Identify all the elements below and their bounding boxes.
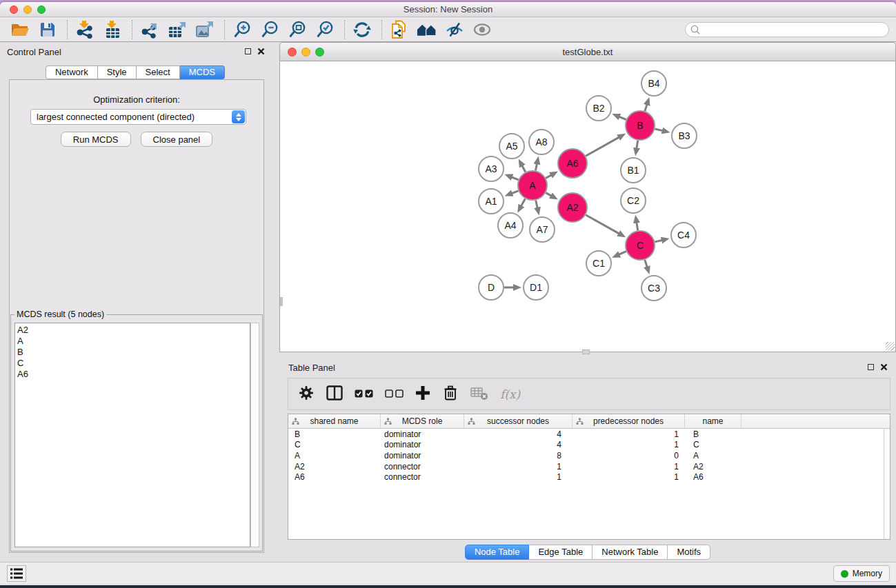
table-cell[interactable]: connector bbox=[381, 472, 464, 482]
memory-button[interactable]: Memory bbox=[833, 565, 890, 582]
table-cell[interactable]: 8 bbox=[464, 451, 573, 460]
close-panel-button[interactable]: Close panel bbox=[141, 132, 213, 147]
result-item-b[interactable]: B bbox=[15, 347, 250, 358]
tab-node-table[interactable]: Node Table bbox=[465, 545, 530, 560]
column-header-mcds-role[interactable]: MCDS role bbox=[381, 414, 464, 428]
column-header-successor-nodes[interactable]: successor nodes bbox=[464, 414, 573, 428]
table-cell[interactable]: 1 bbox=[573, 429, 685, 439]
show-columns-button[interactable] bbox=[326, 385, 343, 403]
create-column-button[interactable] bbox=[415, 385, 430, 403]
table-cell[interactable]: dominator bbox=[381, 440, 464, 449]
table-cell[interactable]: 0 bbox=[573, 451, 685, 460]
graph-edge-C-C2[interactable] bbox=[637, 222, 638, 231]
graph-edge-A-A8[interactable] bbox=[535, 163, 537, 170]
graph-edge-A-A7[interactable] bbox=[536, 201, 538, 209]
table-cell[interactable]: 4 bbox=[464, 440, 573, 449]
graph-edge-A-A4[interactable] bbox=[521, 199, 525, 207]
table-cell[interactable]: 1 bbox=[464, 462, 573, 472]
graph-edge-A-A1[interactable] bbox=[511, 191, 519, 194]
zoom-fit-button[interactable] bbox=[287, 19, 308, 40]
graph-edge-C-C3[interactable] bbox=[645, 260, 648, 268]
import-network-button[interactable] bbox=[74, 19, 95, 40]
table-row-a[interactable]: Adominator80A bbox=[288, 450, 890, 461]
hide-graphics-button[interactable] bbox=[444, 19, 465, 40]
export-table-button[interactable] bbox=[167, 19, 188, 40]
zoom-network-button[interactable] bbox=[315, 48, 324, 57]
graph-edge-B-B3[interactable] bbox=[655, 129, 663, 131]
zoom-in-button[interactable] bbox=[232, 19, 252, 40]
table-cell[interactable]: B bbox=[288, 429, 381, 439]
export-image-button[interactable] bbox=[195, 19, 215, 40]
table-cell[interactable]: B bbox=[685, 429, 741, 439]
select-all-button[interactable] bbox=[355, 388, 373, 401]
table-cell[interactable]: connector bbox=[381, 462, 464, 472]
tab-style[interactable]: Style bbox=[98, 65, 137, 79]
graph-edge-A2-C[interactable] bbox=[586, 215, 619, 234]
network-canvas[interactable]: B4B2BB3A5A8A6A3B1AA1C2A2A4A7C4CC1DD1C3 bbox=[279, 61, 896, 352]
zoom-out-button[interactable] bbox=[259, 19, 280, 40]
graph-edge-A-A6[interactable] bbox=[546, 174, 552, 178]
table-cell[interactable]: dominator bbox=[381, 451, 464, 460]
refresh-button[interactable] bbox=[352, 19, 372, 40]
network-window-titlebar[interactable]: testGlobe.txt bbox=[279, 42, 896, 61]
graph-edge-A6-B[interactable] bbox=[586, 137, 619, 156]
graph-edge-B-B4[interactable] bbox=[645, 104, 647, 112]
task-history-button[interactable] bbox=[7, 565, 26, 582]
toolbar-search-field[interactable] bbox=[685, 22, 889, 37]
criterion-dropdown[interactable]: largest connected component (directed) bbox=[30, 109, 246, 125]
zoom-selected-button[interactable] bbox=[315, 19, 335, 40]
table-row-a2[interactable]: A2connector11A2 bbox=[288, 461, 890, 472]
run-mcds-button[interactable]: Run MCDS bbox=[61, 132, 131, 147]
result-item-a2[interactable]: A2 bbox=[15, 325, 250, 336]
table-cell[interactable]: C bbox=[288, 440, 381, 449]
tab-select[interactable]: Select bbox=[137, 65, 180, 79]
column-header-predecessor-nodes[interactable]: predecessor nodes bbox=[573, 414, 685, 428]
table-cell[interactable]: A6 bbox=[685, 472, 741, 482]
table-cell[interactable]: C bbox=[685, 440, 741, 449]
show-graphics-button[interactable] bbox=[472, 19, 492, 40]
minimize-window-button[interactable] bbox=[23, 6, 32, 14]
import-table-button[interactable] bbox=[102, 19, 123, 40]
float-panel-icon[interactable] bbox=[245, 48, 251, 54]
table-cell[interactable]: 1 bbox=[573, 440, 685, 449]
graph-edge-A-A3[interactable] bbox=[511, 177, 519, 180]
graph-edge-C-C4[interactable] bbox=[655, 240, 662, 242]
close-panel-icon[interactable] bbox=[257, 48, 265, 55]
tab-edge-table[interactable]: Edge Table bbox=[529, 545, 593, 560]
search-input[interactable] bbox=[704, 23, 888, 36]
save-session-button[interactable] bbox=[37, 19, 58, 40]
home-panels-button[interactable] bbox=[417, 19, 437, 40]
graph-edge-B-B1[interactable] bbox=[637, 141, 638, 150]
delete-column-button[interactable] bbox=[442, 385, 459, 404]
graph-edge-A-A2[interactable] bbox=[546, 193, 552, 196]
canvas-vertical-scroll-thumb[interactable] bbox=[280, 297, 283, 306]
table-cell[interactable]: A2 bbox=[288, 462, 381, 472]
table-row-b[interactable]: Bdominator41B bbox=[288, 429, 890, 440]
table-scrollbar[interactable] bbox=[884, 429, 890, 539]
close-network-button[interactable] bbox=[288, 48, 297, 57]
tab-motifs[interactable]: Motifs bbox=[668, 545, 710, 560]
float-panel-icon[interactable] bbox=[868, 364, 874, 370]
window-resize-grip[interactable] bbox=[886, 342, 895, 351]
table-cell[interactable]: 1 bbox=[464, 472, 573, 482]
ndex-import-button[interactable] bbox=[389, 19, 410, 40]
table-cell[interactable]: 4 bbox=[464, 429, 573, 439]
canvas-horizontal-scroll-thumb[interactable] bbox=[582, 349, 590, 354]
export-network-button[interactable] bbox=[139, 19, 160, 40]
table-settings-button[interactable] bbox=[298, 385, 315, 404]
column-header-name[interactable]: name bbox=[685, 414, 741, 428]
column-header-shared-name[interactable]: shared name bbox=[288, 414, 381, 428]
result-list-scrollbar[interactable] bbox=[250, 323, 259, 547]
table-row-a6[interactable]: A6connector11A6 bbox=[288, 472, 890, 483]
result-item-a6[interactable]: A6 bbox=[15, 369, 250, 380]
zoom-window-button[interactable] bbox=[37, 6, 46, 14]
close-window-button[interactable] bbox=[10, 6, 18, 14]
table-cell[interactable]: 1 bbox=[573, 472, 685, 482]
table-cell[interactable]: 1 bbox=[573, 462, 685, 472]
tab-network[interactable]: Network bbox=[46, 65, 98, 79]
close-panel-icon[interactable] bbox=[880, 363, 888, 371]
graph-edge-B-B2[interactable] bbox=[619, 116, 626, 120]
table-cell[interactable]: A bbox=[685, 451, 741, 460]
table-cell[interactable]: A bbox=[288, 451, 381, 460]
table-cell[interactable]: A2 bbox=[685, 462, 741, 472]
